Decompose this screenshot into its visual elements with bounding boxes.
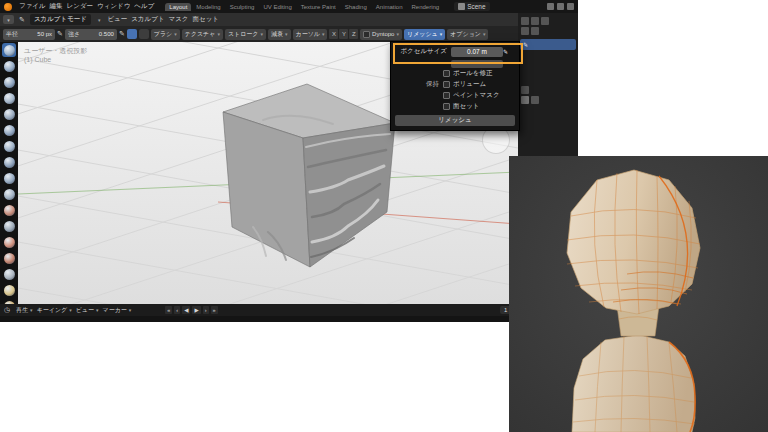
dyntopo-checkbox[interactable]	[363, 31, 370, 38]
editor-menu-スカルプト[interactable]: スカルプト	[129, 15, 166, 22]
preserve-face-sets-row[interactable]: 面セット	[395, 101, 515, 112]
brush-tool-icon[interactable]	[2, 235, 16, 249]
brush-ball-icon	[4, 109, 15, 120]
brush-tool-icon[interactable]	[2, 283, 16, 297]
dropdown-ブラシ[interactable]: ブラシ▾	[151, 29, 180, 40]
menu-編集[interactable]: 編集	[48, 2, 65, 9]
timeline-menu-マーカー[interactable]: マーカー▾	[101, 307, 134, 313]
playback-button[interactable]: »	[211, 306, 218, 314]
clock-icon[interactable]: ◷	[4, 306, 10, 314]
brush-tool-icon[interactable]	[2, 107, 16, 121]
editor-menu-マスク[interactable]: マスク	[167, 15, 191, 22]
playback-button[interactable]: ›	[203, 306, 209, 314]
brush-tool-icon[interactable]	[2, 43, 16, 57]
playback-button[interactable]: ◀	[182, 306, 190, 314]
axis-y-toggle[interactable]: Y	[339, 29, 348, 39]
radius-pressure-icon[interactable]: ✎	[57, 30, 63, 38]
dropdown-テクスチャ[interactable]: テクスチャ▾	[182, 29, 223, 40]
inset-character-render	[509, 156, 768, 432]
brush-tool-icon[interactable]	[2, 187, 16, 201]
render-icon[interactable]	[557, 3, 564, 10]
active-tool-row[interactable]: ✎	[520, 39, 576, 50]
options-dropdown[interactable]: オプション▾	[447, 29, 488, 40]
tab-shading[interactable]: Shading	[341, 3, 371, 11]
topbar-right-icons	[547, 3, 574, 10]
tab-rendering[interactable]: Rendering	[407, 3, 443, 11]
brush-ball-icon	[4, 269, 15, 280]
tab-animation[interactable]: Animation	[372, 3, 407, 11]
fix-poles-checkbox[interactable]	[443, 70, 450, 77]
editor-menu-ビュー[interactable]: ビュー	[105, 15, 129, 22]
brush-tool-icon[interactable]	[2, 139, 16, 153]
strip-icon[interactable]	[531, 96, 539, 104]
editor-menu-面セット[interactable]: 面セット	[191, 15, 221, 22]
brush-ball-icon	[4, 285, 15, 296]
strip-icon[interactable]	[531, 17, 539, 25]
strip-icon[interactable]	[531, 27, 539, 35]
direction-toggle[interactable]	[127, 29, 137, 39]
voxel-size-field[interactable]: 0.07 m	[451, 47, 503, 57]
axis-z-toggle[interactable]: Z	[349, 29, 358, 39]
playback-button[interactable]: ▶	[192, 306, 200, 314]
view-layer-icon[interactable]	[547, 3, 554, 10]
tab-texture-paint[interactable]: Texture Paint	[297, 3, 340, 11]
strength-slider[interactable]: 強さ 0.500	[65, 29, 117, 40]
brush-tool-icon[interactable]	[2, 91, 16, 105]
dyntopo-dropdown[interactable]: Dyntopo▾	[360, 29, 402, 40]
blender-logo-icon[interactable]	[4, 3, 12, 11]
menu-ヘルプ[interactable]: ヘルプ	[132, 2, 156, 9]
strip-icon[interactable]	[521, 96, 529, 104]
voxel-subfield[interactable]	[451, 60, 503, 68]
symmetry-axes: XYZ	[329, 29, 358, 39]
voxel-size-row[interactable]: ボクセルサイズ 0.07 m ✎	[395, 45, 515, 58]
brush-ball-icon	[4, 205, 15, 216]
preserve-paint-mask-row[interactable]: ペイントマスク	[395, 90, 515, 101]
tab-uv-editing[interactable]: UV Editing	[259, 3, 295, 11]
brush-tool-icon[interactable]	[2, 75, 16, 89]
tab-modeling[interactable]: Modeling	[192, 3, 224, 11]
paint-mask-checkbox[interactable]	[443, 92, 450, 99]
filter-icon[interactable]	[567, 3, 574, 10]
dropdown-カーソル[interactable]: カーソル▾	[293, 29, 328, 40]
tab-sculpting[interactable]: Sculpting	[226, 3, 259, 11]
dropdown-減衰[interactable]: 減衰▾	[268, 29, 291, 40]
axis-x-toggle[interactable]: X	[329, 29, 338, 39]
menu-レンダー[interactable]: レンダー	[65, 2, 95, 9]
brush-tool-icon[interactable]	[2, 203, 16, 217]
mode-dropdown[interactable]: スカルプトモード	[30, 14, 91, 25]
playback-button[interactable]: ‹	[174, 306, 180, 314]
radius-slider[interactable]: 半径 50 px	[3, 29, 55, 40]
brush-tool-icon[interactable]	[2, 155, 16, 169]
playback-button[interactable]: «	[165, 306, 172, 314]
strip-icon[interactable]	[521, 17, 529, 25]
menu-ファイル[interactable]: ファイル	[17, 2, 48, 9]
brush-tool-icon[interactable]	[2, 251, 16, 265]
timeline-menu-ビュー[interactable]: ビュー▾	[74, 307, 101, 313]
extra-toggle[interactable]	[139, 29, 149, 39]
editor-type-icon[interactable]: ▾	[3, 15, 14, 24]
tab-layout[interactable]: Layout	[165, 3, 191, 11]
menu-ウィンドウ[interactable]: ウィンドウ	[95, 2, 132, 9]
face-sets-checkbox[interactable]	[443, 103, 450, 110]
strength-pressure-icon[interactable]: ✎	[119, 30, 125, 38]
timeline-menu-キーイング[interactable]: キーイング▾	[35, 307, 74, 313]
remesh-dropdown[interactable]: リメッシュ▾	[404, 29, 445, 40]
timeline-menu-再生[interactable]: 再生▾	[14, 307, 35, 313]
strip-icon[interactable]	[521, 27, 529, 35]
workspace-tabs: LayoutModelingSculptingUV EditingTexture…	[165, 3, 443, 11]
dropdown-ストローク[interactable]: ストローク▾	[225, 29, 266, 40]
scene-selector[interactable]: Scene	[454, 2, 489, 11]
preserve-volume-checkbox[interactable]	[443, 81, 450, 88]
preserve-volume-row[interactable]: 保持 ボリューム	[395, 79, 515, 90]
brush-tool-icon[interactable]	[2, 219, 16, 233]
brush-tool-icon[interactable]	[2, 59, 16, 73]
brush-tool-icon[interactable]	[2, 267, 16, 281]
fix-poles-row[interactable]: ポールを修正	[395, 68, 515, 79]
brush-tool-icon[interactable]	[2, 123, 16, 137]
sculpted-cube	[223, 84, 395, 267]
strip-icon[interactable]	[521, 86, 529, 94]
strip-icon[interactable]	[541, 17, 549, 25]
brush-tool-icon[interactable]	[2, 171, 16, 185]
eyedropper-icon[interactable]: ✎	[503, 48, 508, 55]
remesh-button[interactable]: リメッシュ	[395, 115, 515, 126]
